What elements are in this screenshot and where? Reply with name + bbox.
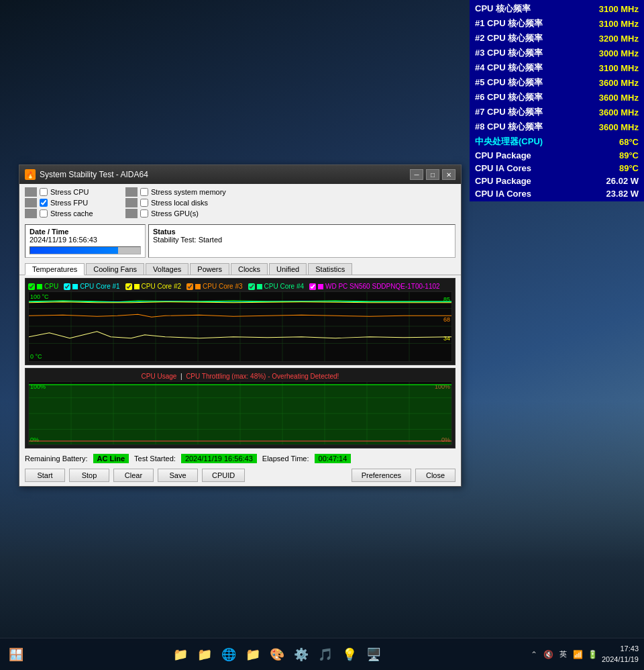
hwinfo-row-7: #7 CPU 核心频率3600 MHz <box>470 105 644 119</box>
stress-checkbox-4[interactable] <box>140 199 148 207</box>
start-menu-icon[interactable]: 🪟 <box>5 644 27 665</box>
stress-toolbar: Stress CPUStress FPUStress cacheStress s… <box>19 184 461 222</box>
taskbar-app-file-explorer[interactable]: 📁 <box>170 644 191 665</box>
test-started-label: Test Started: <box>134 454 176 463</box>
legend-color-5 <box>318 284 323 289</box>
hwinfo-value-5: 3600 MHz <box>599 78 639 88</box>
hwinfo-row-6: #6 CPU 核心频率3600 MHz <box>470 90 644 105</box>
tab-unified[interactable]: Unified <box>269 263 307 275</box>
taskbar: 🪟 📁📁🌐📁🎨⚙️🎵💡🖥️ ⌃ 🔇 英 📶 🔋 17:43 2024/11/19 <box>0 638 644 670</box>
elapsed-value: 00:47:14 <box>315 454 352 463</box>
tray-chevron[interactable]: ⌃ <box>528 649 540 661</box>
legend-item-1: CPU Core #1 <box>64 283 119 290</box>
taskbar-app-edge[interactable]: 🌐 <box>218 644 239 665</box>
stress-icon-0 <box>25 187 37 197</box>
elapsed-label: Elapsed Time: <box>262 454 309 463</box>
battery-label: Remaining Battery: <box>25 454 88 463</box>
hwinfo-value-11: 89°C <box>619 163 639 173</box>
tray-wifi[interactable]: 📶 <box>572 649 584 661</box>
taskbar-app-media[interactable]: 🎵 <box>315 644 336 665</box>
progress-bar-container <box>30 246 141 254</box>
hwinfo-label-8: #8 CPU 核心频率 <box>475 121 543 133</box>
maximize-button[interactable]: □ <box>426 169 439 180</box>
legend-color-3 <box>195 284 201 289</box>
stress-option-0: Stress CPU <box>25 187 125 197</box>
usage-chart: 100% 0% 100% 0% <box>28 381 452 445</box>
hwinfo-value-9: 68°C <box>619 137 639 147</box>
stress-option-4: Stress local disks <box>125 197 233 208</box>
stress-checkbox-2[interactable] <box>40 209 48 218</box>
hwinfo-row-13: CPU IA Cores23.82 W <box>470 187 644 200</box>
taskbar-app-settings[interactable]: ⚙️ <box>290 644 312 665</box>
hwinfo-row-3: #3 CPU 核心频率3000 MHz <box>470 46 644 60</box>
legend-color-0 <box>37 284 42 289</box>
minimize-button[interactable]: ─ <box>410 169 423 180</box>
taskbar-app-aida-taskbar[interactable]: 💡 <box>339 644 360 665</box>
tray-ime[interactable]: 英 <box>557 649 570 661</box>
stress-checkbox-0[interactable] <box>40 188 48 196</box>
tab-statistics[interactable]: Statistics <box>308 263 352 275</box>
action-buttons: StartStopClearSaveCPUIDPreferencesClose <box>19 466 461 486</box>
taskbar-left: 🪟 <box>0 644 32 665</box>
tab-cooling-fans[interactable]: Cooling Fans <box>86 263 144 275</box>
hwinfo-value-3: 3000 MHz <box>599 48 639 58</box>
tab-voltages[interactable]: Voltages <box>146 263 189 275</box>
window-close-button[interactable]: ✕ <box>442 169 455 180</box>
taskbar-app-photos[interactable]: 🎨 <box>266 644 288 665</box>
stop-button[interactable]: Stop <box>69 469 109 482</box>
legend-checkbox-4[interactable] <box>248 283 255 290</box>
legend-checkbox-0[interactable] <box>28 283 35 290</box>
hwinfo-label-11: CPU IA Cores <box>475 163 531 173</box>
close-button[interactable]: Close <box>415 469 455 482</box>
tab-clocks[interactable]: Clocks <box>231 263 268 275</box>
legend-label-1: CPU Core #1 <box>80 283 119 290</box>
stress-checkbox-5[interactable] <box>140 209 148 218</box>
taskbar-app-folder[interactable]: 📁 <box>194 644 215 665</box>
taskbar-app-files[interactable]: 📁 <box>242 644 264 665</box>
usage-chart-title: CPU Usage | CPU Throttling (max: 48%) - … <box>28 371 452 381</box>
start-button[interactable]: Start <box>25 469 65 482</box>
stress-label-0: Stress CPU <box>50 188 89 196</box>
hwinfo-row-1: #1 CPU 核心频率3100 MHz <box>470 16 644 31</box>
legend-label-4: CPU Core #4 <box>264 283 304 290</box>
temp-chart-container: CPUCPU Core #1CPU Core #2CPU Core #3CPU … <box>25 278 455 365</box>
taskbar-right: ⌃ 🔇 英 📶 🔋 17:43 2024/11/19 <box>523 644 644 665</box>
tab-powers[interactable]: Powers <box>190 263 229 275</box>
taskbar-app-hwinfo-taskbar[interactable]: 🖥️ <box>363 644 384 665</box>
stress-label-2: Stress cache <box>50 209 93 218</box>
tab-temperatures[interactable]: Temperatures <box>25 263 85 275</box>
cpuid-button[interactable]: CPUID <box>202 469 245 482</box>
legend-color-1 <box>72 284 78 289</box>
legend-label-2: CPU Core #2 <box>142 283 181 290</box>
legend-checkbox-1[interactable] <box>64 283 70 290</box>
legend-label-3: CPU Core #3 <box>203 283 242 290</box>
tray-sound[interactable]: 🔇 <box>543 649 555 661</box>
save-button[interactable]: Save <box>158 469 198 482</box>
hwinfo-value-0: 3100 MHz <box>599 4 639 14</box>
stress-checkbox-3[interactable] <box>140 188 148 196</box>
stress-option-2: Stress cache <box>25 208 125 219</box>
legend-item-4: CPU Core #4 <box>248 283 304 290</box>
legend-checkbox-5[interactable] <box>309 283 316 290</box>
clear-button[interactable]: Clear <box>113 469 154 482</box>
hwinfo-value-1: 3100 MHz <box>599 19 639 29</box>
temp-chart-legend: CPUCPU Core #1CPU Core #2CPU Core #3CPU … <box>28 281 452 291</box>
hwinfo-value-8: 3600 MHz <box>599 122 639 132</box>
hwinfo-label-4: #4 CPU 核心频率 <box>475 62 543 74</box>
preferences-button[interactable]: Preferences <box>352 469 411 482</box>
legend-item-3: CPU Core #3 <box>186 283 242 290</box>
clock-display[interactable]: 17:43 2024/11/19 <box>602 644 639 665</box>
test-started-value: 2024/11/19 16:56:43 <box>181 454 257 463</box>
hwinfo-label-13: CPU IA Cores <box>475 189 531 199</box>
hwinfo-value-13: 23.82 W <box>606 189 639 199</box>
legend-checkbox-3[interactable] <box>186 283 193 290</box>
hwinfo-value-7: 3600 MHz <box>599 107 639 117</box>
stress-icon-5 <box>125 209 138 218</box>
legend-checkbox-2[interactable] <box>125 283 132 290</box>
progress-bar-fill <box>30 247 118 254</box>
legend-color-2 <box>134 284 140 289</box>
stress-checkbox-1[interactable] <box>40 199 48 207</box>
tray-battery[interactable]: 🔋 <box>587 649 599 661</box>
stress-icon-1 <box>25 198 37 207</box>
hwinfo-row-0: CPU 核心频率3100 MHz <box>470 1 644 16</box>
